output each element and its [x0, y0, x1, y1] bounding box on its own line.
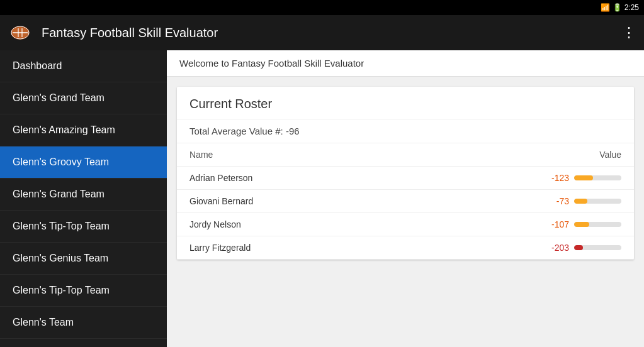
player-value-number: -107	[544, 219, 569, 229]
value-bar-fill	[574, 222, 589, 227]
sidebar-item-amazing-team[interactable]: Glenn's Amazing Team	[0, 114, 167, 146]
welcome-bar: Welcome to Fantasy Football Skill Evalua…	[167, 50, 644, 77]
value-column-header: Value	[389, 143, 634, 167]
sidebar-item-grand-team-2[interactable]: Glenn's Grand Team	[0, 179, 167, 211]
battery-icon: 🔋	[613, 3, 622, 12]
app-bar: Fantasy Football Skill Evaluator ⋮	[0, 15, 644, 50]
sidebar-item-team[interactable]: Glenn's Team	[0, 307, 167, 339]
player-value-cell: -107	[389, 213, 634, 236]
content-area: Welcome to Fantasy Football Skill Evalua…	[167, 50, 644, 347]
player-value-number: -123	[544, 173, 569, 183]
player-name: Adrian Peterson	[177, 167, 389, 190]
signal-icon: 📶	[601, 3, 610, 12]
value-bar-container	[574, 245, 621, 250]
player-name: Larry Fitzgerald	[177, 236, 389, 260]
value-container: -107	[402, 219, 621, 229]
player-name: Giovani Bernard	[177, 190, 389, 213]
value-container: -123	[402, 173, 621, 183]
player-value-cell: -203	[389, 236, 634, 260]
value-container: -73	[402, 196, 621, 206]
total-average: Total Average Value #: -96	[177, 119, 634, 143]
sidebar: Dashboard Glenn's Grand Team Glenn's Ama…	[0, 50, 167, 347]
main-layout: Dashboard Glenn's Grand Team Glenn's Ama…	[0, 50, 644, 347]
app-logo	[8, 20, 33, 45]
sidebar-item-grand-team-1[interactable]: Glenn's Grand Team	[0, 82, 167, 114]
value-container: -203	[402, 243, 621, 253]
table-header-row: Name Value	[177, 143, 634, 167]
sidebar-item-tiptop-1[interactable]: Glenn's Tip-Top Team	[0, 211, 167, 243]
roster-table: Name Value Adrian Peterson -123 Giovani …	[177, 143, 634, 260]
card-title: Current Roster	[177, 87, 634, 119]
value-bar-container	[574, 222, 621, 227]
roster-card: Current Roster Total Average Value #: -9…	[177, 87, 634, 260]
menu-button[interactable]: ⋮	[622, 26, 636, 40]
status-bar: 📶 🔋 2:25	[0, 0, 644, 15]
player-value-number: -73	[544, 196, 569, 206]
value-bar-container	[574, 199, 621, 204]
value-bar-fill	[574, 199, 587, 204]
sidebar-item-tiptop-2[interactable]: Glenn's Tip-Top Team	[0, 275, 167, 307]
app-title: Fantasy Football Skill Evaluator	[42, 26, 622, 40]
player-value-cell: -73	[389, 190, 634, 213]
name-column-header: Name	[177, 143, 389, 167]
table-row: Jordy Nelson -107	[177, 213, 634, 236]
player-value-number: -203	[544, 243, 569, 253]
value-bar-container	[574, 175, 621, 180]
player-name: Jordy Nelson	[177, 213, 389, 236]
value-bar-fill	[574, 175, 593, 180]
value-bar-fill	[574, 245, 583, 250]
content-body: Current Roster Total Average Value #: -9…	[167, 77, 644, 270]
time-display: 2:25	[624, 3, 639, 12]
sidebar-item-groovy-team[interactable]: Glenn's Groovy Team	[0, 146, 167, 179]
table-row: Giovani Bernard -73	[177, 190, 634, 213]
sidebar-item-genius-team[interactable]: Glenn's Genius Team	[0, 243, 167, 275]
player-value-cell: -123	[389, 167, 634, 190]
table-row: Adrian Peterson -123	[177, 167, 634, 190]
sidebar-item-dashboard[interactable]: Dashboard	[0, 50, 167, 82]
table-row: Larry Fitzgerald -203	[177, 236, 634, 260]
